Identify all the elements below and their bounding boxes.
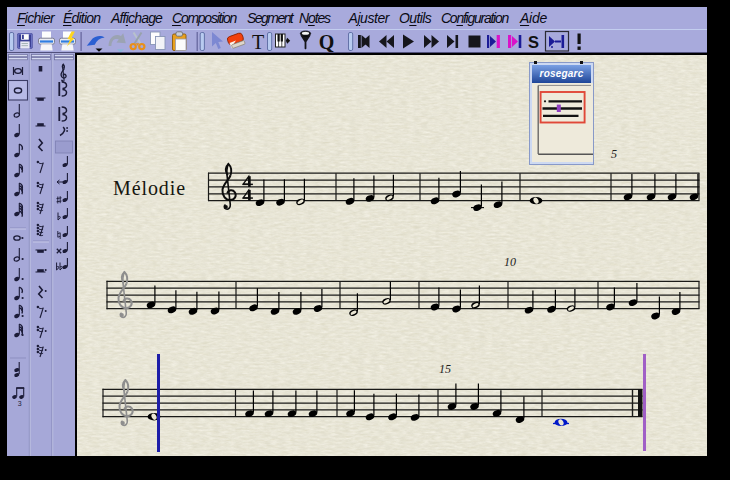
svg-text:T: T: [252, 31, 264, 53]
svg-text:5: 5: [611, 147, 617, 161]
svg-text:Q: Q: [319, 31, 335, 53]
svg-text:Mélodie: Mélodie: [113, 177, 186, 199]
svg-text:3: 3: [18, 400, 22, 407]
svg-text:10: 10: [504, 255, 516, 269]
svg-text:S: S: [528, 33, 539, 51]
svg-text:15: 15: [439, 362, 451, 376]
